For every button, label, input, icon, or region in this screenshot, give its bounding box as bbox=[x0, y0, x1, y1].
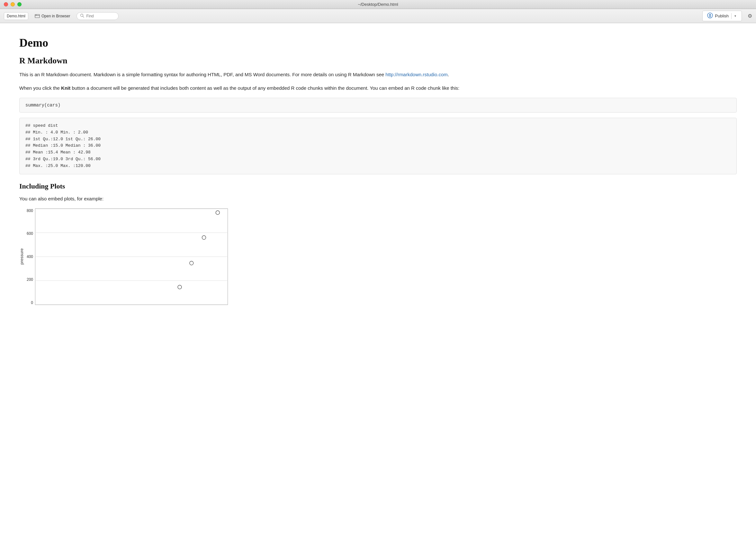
intro-text-after-link: . bbox=[448, 72, 449, 77]
publish-dropdown-arrow[interactable]: ▾ bbox=[731, 13, 737, 19]
svg-line-5 bbox=[83, 16, 84, 17]
y-tick-800: 800 bbox=[27, 209, 33, 213]
y-tick-600: 600 bbox=[27, 231, 33, 236]
y-tick-400: 400 bbox=[27, 254, 33, 259]
section-heading-plots: Including Plots bbox=[19, 182, 737, 190]
output-line-7: ## Max. :25.0 Max. :120.00 bbox=[25, 163, 731, 169]
output-line-2: ## Min. : 4.0 Min. : 2.00 bbox=[25, 129, 731, 136]
y-axis-ticks: 800 600 400 200 0 bbox=[27, 209, 35, 305]
knit-bold: Knit bbox=[61, 85, 70, 91]
browser-icon bbox=[35, 13, 40, 19]
search-input[interactable] bbox=[86, 14, 115, 18]
maximize-button[interactable] bbox=[17, 2, 21, 6]
publish-label: Publish bbox=[715, 13, 729, 18]
document-title: Demo bbox=[19, 36, 737, 49]
output-line-6: ## 3rd Qu.:19.0 3rd Qu.: 56.00 bbox=[25, 156, 731, 163]
output-line-1: ## speed dist bbox=[25, 123, 731, 129]
knit-text-before: When you click the bbox=[19, 85, 61, 91]
minimize-button[interactable] bbox=[11, 2, 15, 6]
plot-container: pressure 800 600 400 200 0 bbox=[19, 209, 737, 305]
settings-icon[interactable]: ⚙ bbox=[748, 13, 752, 19]
svg-point-3 bbox=[36, 14, 37, 15]
svg-point-2 bbox=[36, 14, 36, 15]
search-box[interactable] bbox=[76, 12, 119, 20]
plots-intro-text: You can also embed plots, for example: bbox=[19, 196, 104, 201]
plot-area: pressure 800 600 400 200 0 bbox=[19, 209, 737, 305]
code-text: summary(cars) bbox=[25, 103, 60, 108]
content-area: Demo R Markdown This is an R Markdown do… bbox=[0, 23, 756, 552]
output-line-5: ## Mean :15.4 Mean : 42.98 bbox=[25, 149, 731, 156]
y-tick-200: 200 bbox=[27, 277, 33, 282]
file-tab[interactable]: Demo.html bbox=[4, 12, 28, 20]
plot-point-800 bbox=[216, 211, 219, 215]
knit-text-after: button a document will be generated that… bbox=[70, 85, 459, 91]
publish-button[interactable]: Publish ▾ bbox=[702, 11, 742, 21]
scatter-plot-svg bbox=[35, 209, 228, 305]
open-in-browser-button[interactable]: Open in Browser bbox=[32, 12, 73, 20]
code-block-summary: summary(cars) bbox=[19, 98, 737, 113]
output-line-4: ## Median :15.0 Median : 36.00 bbox=[25, 142, 731, 149]
traffic-lights bbox=[4, 2, 21, 6]
publish-icon bbox=[707, 13, 713, 19]
toolbar: Demo.html Open in Browser bbox=[0, 9, 756, 23]
section-heading-rmarkdown: R Markdown bbox=[19, 56, 737, 65]
open-in-browser-label: Open in Browser bbox=[41, 14, 70, 18]
close-button[interactable] bbox=[4, 2, 8, 6]
window-title: ~/Desktop/Demo.html bbox=[358, 2, 398, 7]
rmarkdown-link[interactable]: http://rmarkdown.rstudio.com bbox=[385, 72, 447, 77]
y-axis-label: pressure bbox=[19, 248, 24, 265]
y-tick-0: 0 bbox=[31, 300, 33, 305]
plot-point-400 bbox=[190, 261, 193, 265]
knit-paragraph: When you click the Knit button a documen… bbox=[19, 84, 737, 92]
intro-text-before-link: This is an R Markdown document. Markdown… bbox=[19, 72, 385, 77]
output-line-3: ## 1st Qu.:12.0 1st Qu.: 26.00 bbox=[25, 136, 731, 143]
intro-paragraph: This is an R Markdown document. Markdown… bbox=[19, 71, 737, 79]
search-icon bbox=[80, 13, 84, 19]
plot-point-200 bbox=[178, 285, 182, 289]
plots-intro-paragraph: You can also embed plots, for example: bbox=[19, 195, 737, 203]
titlebar: ~/Desktop/Demo.html bbox=[0, 0, 756, 9]
output-block-summary: ## speed dist ## Min. : 4.0 Min. : 2.00 … bbox=[19, 118, 737, 174]
plot-point-600 bbox=[202, 236, 206, 239]
